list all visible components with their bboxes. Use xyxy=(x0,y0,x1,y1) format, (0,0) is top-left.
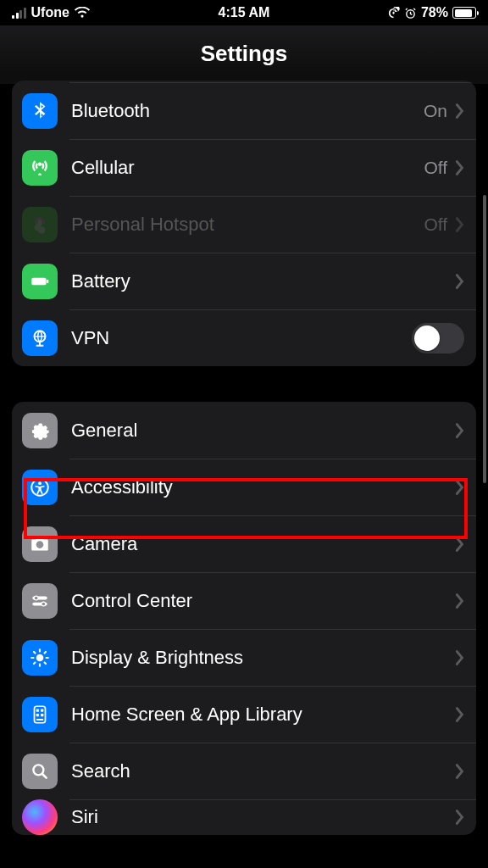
brightness-icon xyxy=(22,640,58,676)
cellular-signal-icon xyxy=(12,8,26,19)
chevron-right-icon xyxy=(456,423,464,438)
settings-row-battery[interactable]: Battery xyxy=(12,253,476,309)
bluetooth-icon xyxy=(22,93,58,129)
svg-point-11 xyxy=(34,596,38,600)
search-label: Search xyxy=(71,760,456,782)
svg-rect-20 xyxy=(36,718,44,720)
display-label: Display & Brightness xyxy=(71,647,456,669)
general-label: General xyxy=(71,420,456,442)
chevron-right-icon xyxy=(456,593,464,609)
status-right: 78% xyxy=(387,5,476,20)
svg-point-13 xyxy=(42,602,46,606)
battery-icon xyxy=(452,7,476,19)
settings-row-siri[interactable]: Siri xyxy=(12,799,476,835)
vpn-toggle[interactable] xyxy=(412,323,464,353)
wifi-icon xyxy=(75,7,90,19)
settings-row-camera[interactable]: Camera xyxy=(12,515,476,572)
chevron-right-icon xyxy=(456,217,464,232)
settings-row-accessibility[interactable]: Accessibility xyxy=(12,459,476,515)
controlcenter-label: Control Center xyxy=(71,590,456,612)
chevron-right-icon xyxy=(456,810,464,825)
settings-group-general: General Accessibility Camera Control Cen… xyxy=(12,402,476,835)
homescreen-icon xyxy=(22,697,58,732)
svg-point-14 xyxy=(36,654,44,661)
homescreen-label: Home Screen & App Library xyxy=(71,704,456,726)
battery-percent: 78% xyxy=(421,5,448,20)
svg-rect-16 xyxy=(36,709,39,711)
hotspot-icon xyxy=(22,207,58,242)
status-bar: Ufone 4:15 AM 78% xyxy=(0,0,488,25)
camera-label: Camera xyxy=(71,533,456,555)
svg-rect-19 xyxy=(41,713,43,715)
settings-row-display[interactable]: Display & Brightness xyxy=(12,629,476,686)
status-time: 4:15 AM xyxy=(219,5,270,20)
bluetooth-label: Bluetooth xyxy=(71,100,424,122)
vpn-icon xyxy=(22,320,58,356)
settings-row-bluetooth[interactable]: Bluetooth On xyxy=(12,82,476,139)
settings-row-controlcenter[interactable]: Control Center xyxy=(12,572,476,629)
svg-rect-1 xyxy=(393,11,395,14)
gear-icon xyxy=(22,413,58,448)
rotation-lock-icon xyxy=(387,7,400,19)
siri-label: Siri xyxy=(71,806,456,828)
scroll-indicator[interactable] xyxy=(483,195,486,483)
settings-row-general[interactable]: General xyxy=(12,402,476,459)
chevron-right-icon xyxy=(456,650,464,665)
chevron-right-icon xyxy=(456,764,464,779)
battery-settings-icon xyxy=(22,264,58,299)
chevron-right-icon xyxy=(456,160,464,175)
cellular-label: Cellular xyxy=(71,157,424,179)
alarm-icon xyxy=(404,7,417,19)
hotspot-value: Off xyxy=(424,214,447,235)
settings-content: Wi-Fi Hussain Bluetooth On Cellular Off … xyxy=(0,81,488,835)
chevron-right-icon xyxy=(456,707,464,722)
battery-label: Battery xyxy=(71,270,456,292)
svg-point-9 xyxy=(38,481,42,485)
chevron-right-icon xyxy=(456,537,464,552)
page-title: Settings xyxy=(0,25,488,84)
chevron-right-icon xyxy=(456,103,464,119)
svg-rect-5 xyxy=(31,277,46,285)
svg-rect-17 xyxy=(41,709,43,711)
chevron-right-icon xyxy=(456,274,464,289)
settings-row-cellular[interactable]: Cellular Off xyxy=(12,139,476,196)
vpn-label: VPN xyxy=(71,327,412,349)
svg-rect-6 xyxy=(47,279,48,282)
accessibility-label: Accessibility xyxy=(71,476,456,498)
accessibility-icon xyxy=(22,470,58,505)
siri-icon xyxy=(22,799,58,835)
settings-row-homescreen[interactable]: Home Screen & App Library xyxy=(12,686,476,743)
svg-rect-18 xyxy=(36,713,39,715)
settings-row-vpn[interactable]: VPN xyxy=(12,309,476,366)
settings-row-hotspot[interactable]: Personal Hotspot Off xyxy=(12,196,476,253)
settings-group-connectivity: Wi-Fi Hussain Bluetooth On Cellular Off … xyxy=(12,81,476,366)
settings-row-search[interactable]: Search xyxy=(12,743,476,799)
chevron-right-icon xyxy=(456,480,464,495)
camera-icon xyxy=(22,526,58,562)
carrier-label: Ufone xyxy=(31,5,69,20)
search-icon xyxy=(22,754,58,789)
cellular-value: Off xyxy=(424,158,447,178)
bluetooth-value: On xyxy=(424,101,447,121)
hotspot-label: Personal Hotspot xyxy=(71,214,424,236)
status-left: Ufone xyxy=(12,5,90,20)
control-center-icon xyxy=(22,583,58,619)
cellular-icon xyxy=(22,150,58,186)
